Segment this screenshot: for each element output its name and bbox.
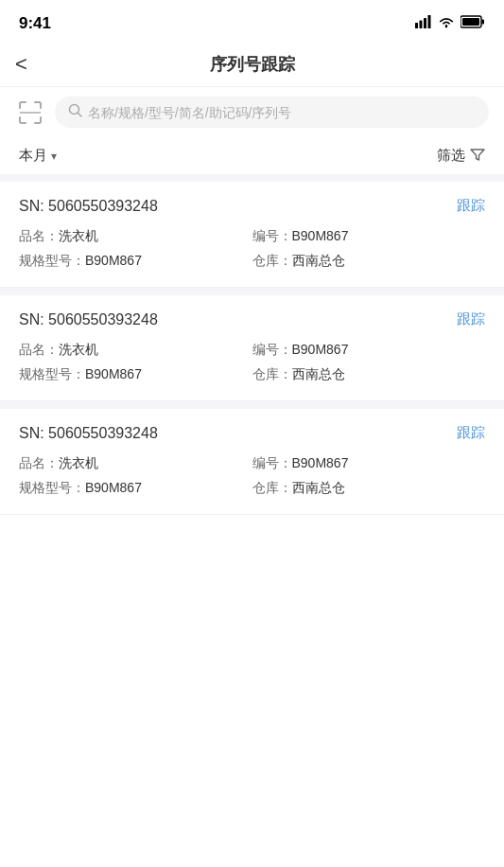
spec-model-cell: 规格型号：B90M867 [19, 253, 252, 270]
item-divider [0, 288, 504, 295]
item-details: 品名：洗衣机 编号：B90M867 规格型号：B90M867 仓库：西南总仓 [19, 455, 485, 497]
spec-model-label: 规格型号： [19, 366, 85, 381]
svg-rect-0 [415, 23, 418, 28]
warehouse-label: 仓库： [252, 480, 292, 495]
items-list: SN: 5060550393248 跟踪 品名：洗衣机 编号：B90M867 规… [0, 182, 504, 515]
product-name-label: 品名： [19, 228, 59, 243]
search-input[interactable] [88, 105, 476, 120]
search-bar [0, 87, 504, 137]
search-input-wrap[interactable] [55, 97, 489, 128]
list-item: SN: 5060550393248 跟踪 品名：洗衣机 编号：B90M867 规… [0, 182, 504, 288]
product-name-value: 洗衣机 [59, 455, 98, 470]
warehouse-cell: 仓库：西南总仓 [252, 253, 486, 270]
item-details: 品名：洗衣机 编号：B90M867 规格型号：B90M867 仓库：西南总仓 [19, 228, 485, 270]
item-details: 品名：洗衣机 编号：B90M867 规格型号：B90M867 仓库：西南总仓 [19, 342, 485, 383]
warehouse-value: 西南总仓 [292, 253, 345, 268]
code-label: 编号： [252, 455, 292, 470]
warehouse-value: 西南总仓 [292, 480, 345, 495]
status-icons [415, 15, 485, 32]
sn-number: SN: 5060550393248 [19, 311, 158, 328]
code-value: B90M867 [292, 455, 349, 470]
status-time: 9:41 [19, 14, 51, 33]
svg-rect-2 [424, 18, 426, 28]
code-label: 编号： [252, 342, 292, 357]
warehouse-cell: 仓库：西南总仓 [252, 480, 486, 497]
back-button[interactable]: < [15, 54, 27, 75]
month-label: 本月 [19, 147, 47, 165]
code-label: 编号： [252, 228, 292, 243]
sn-number: SN: 5060550393248 [19, 198, 158, 215]
wifi-icon [438, 15, 455, 32]
warehouse-label: 仓库： [252, 253, 292, 268]
code-value: B90M867 [292, 228, 349, 243]
spec-model-value: B90M867 [85, 253, 142, 268]
warehouse-label: 仓库： [252, 366, 292, 381]
scan-button[interactable] [15, 97, 45, 128]
filter-label: 筛选 [437, 147, 465, 165]
product-name-label: 品名： [19, 455, 59, 470]
product-name-value: 洗衣机 [59, 228, 98, 243]
product-name-label: 品名： [19, 342, 59, 357]
product-name-cell: 品名：洗衣机 [19, 342, 252, 359]
code-cell: 编号：B90M867 [252, 455, 486, 472]
nav-bar: < 序列号跟踪 [0, 42, 504, 87]
spec-model-label: 规格型号： [19, 253, 85, 268]
list-item: SN: 5060550393248 跟踪 品名：洗衣机 编号：B90M867 规… [0, 409, 504, 515]
filter-button[interactable]: 筛选 [437, 147, 485, 165]
svg-point-4 [445, 26, 448, 28]
warehouse-cell: 仓库：西南总仓 [252, 366, 486, 383]
sn-row: SN: 5060550393248 跟踪 [19, 310, 485, 328]
product-name-value: 洗衣机 [59, 342, 98, 357]
filter-icon [470, 148, 485, 165]
svg-rect-3 [428, 15, 431, 28]
code-cell: 编号：B90M867 [252, 342, 486, 359]
item-divider [0, 401, 504, 409]
svg-rect-6 [482, 20, 485, 25]
code-value: B90M867 [292, 342, 349, 357]
svg-rect-1 [420, 21, 423, 29]
spec-model-value: B90M867 [85, 480, 142, 495]
code-cell: 编号：B90M867 [252, 228, 486, 245]
track-link[interactable]: 跟踪 [457, 424, 485, 442]
svg-line-10 [78, 114, 82, 117]
battery-icon [461, 15, 485, 32]
product-name-cell: 品名：洗衣机 [19, 228, 252, 245]
svg-rect-7 [462, 18, 479, 26]
warehouse-value: 西南总仓 [292, 366, 345, 381]
sn-row: SN: 5060550393248 跟踪 [19, 197, 485, 215]
search-icon [68, 103, 82, 121]
nav-title: 序列号跟踪 [210, 53, 295, 76]
section-divider [0, 174, 504, 182]
month-dropdown-arrow: ▾ [51, 150, 57, 163]
list-item: SN: 5060550393248 跟踪 品名：洗衣机 编号：B90M867 规… [0, 295, 504, 401]
spec-model-label: 规格型号： [19, 480, 85, 495]
sn-row: SN: 5060550393248 跟踪 [19, 424, 485, 442]
spec-model-value: B90M867 [85, 366, 142, 381]
signal-icon [415, 15, 432, 32]
track-link[interactable]: 跟踪 [457, 310, 485, 328]
spec-model-cell: 规格型号：B90M867 [19, 366, 252, 383]
sn-number: SN: 5060550393248 [19, 425, 158, 442]
month-filter[interactable]: 本月 ▾ [19, 147, 57, 165]
spec-model-cell: 规格型号：B90M867 [19, 480, 252, 497]
product-name-cell: 品名：洗衣机 [19, 455, 252, 472]
track-link[interactable]: 跟踪 [457, 197, 485, 215]
filter-bar: 本月 ▾ 筛选 [0, 137, 504, 174]
status-bar: 9:41 [0, 0, 504, 42]
